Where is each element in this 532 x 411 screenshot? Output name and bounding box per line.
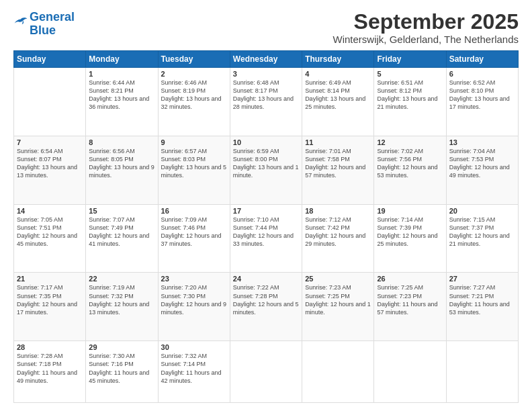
day-number: 19 (377, 207, 443, 215)
day-number: 18 (305, 207, 371, 215)
day-info: Sunrise: 7:04 AM Sunset: 7:53 PM Dayligh… (449, 147, 515, 180)
day-info: Sunrise: 7:25 AM Sunset: 7:23 PM Dayligh… (377, 283, 443, 316)
day-info: Sunrise: 6:59 AM Sunset: 8:00 PM Dayligh… (233, 147, 299, 180)
day-number: 16 (161, 207, 227, 215)
col-friday: Friday (374, 51, 446, 68)
table-row: 9 Sunrise: 6:57 AM Sunset: 8:03 PM Dayli… (158, 136, 230, 204)
day-number: 13 (449, 138, 515, 146)
day-info: Sunrise: 7:27 AM Sunset: 7:21 PM Dayligh… (449, 283, 515, 316)
table-row: 12 Sunrise: 7:02 AM Sunset: 7:56 PM Dayl… (374, 136, 446, 204)
table-row: 29 Sunrise: 7:30 AM Sunset: 7:16 PM Dayl… (86, 341, 158, 403)
day-info: Sunrise: 7:28 AM Sunset: 7:18 PM Dayligh… (17, 352, 83, 385)
table-row: 21 Sunrise: 7:17 AM Sunset: 7:35 PM Dayl… (14, 273, 86, 341)
col-thursday: Thursday (302, 51, 374, 68)
col-wednesday: Wednesday (230, 51, 302, 68)
day-number: 14 (17, 207, 83, 215)
day-number: 7 (17, 138, 83, 146)
table-row: 17 Sunrise: 7:10 AM Sunset: 7:44 PM Dayl… (230, 204, 302, 273)
table-row: 15 Sunrise: 7:07 AM Sunset: 7:49 PM Dayl… (86, 204, 158, 273)
day-info: Sunrise: 7:19 AM Sunset: 7:32 PM Dayligh… (89, 283, 154, 316)
location-subtitle: Winterswijk, Gelderland, The Netherlands (332, 34, 519, 45)
table-row: 24 Sunrise: 7:22 AM Sunset: 7:28 PM Dayl… (230, 273, 302, 341)
table-row: 28 Sunrise: 7:28 AM Sunset: 7:18 PM Dayl… (14, 341, 86, 403)
day-info: Sunrise: 7:32 AM Sunset: 7:14 PM Dayligh… (161, 352, 227, 385)
day-number: 27 (449, 275, 515, 283)
day-number: 24 (233, 275, 299, 283)
day-number: 8 (89, 138, 154, 146)
day-number: 11 (305, 138, 371, 146)
day-number: 21 (17, 275, 83, 283)
day-info: Sunrise: 7:01 AM Sunset: 7:58 PM Dayligh… (305, 147, 371, 180)
day-info: Sunrise: 6:56 AM Sunset: 8:05 PM Dayligh… (89, 147, 154, 180)
page: General Blue September 2025 Winterswijk,… (0, 0, 532, 411)
logo-line1: General (30, 11, 75, 24)
day-number: 12 (377, 138, 443, 146)
calendar-table: Sunday Monday Tuesday Wednesday Thursday… (13, 50, 519, 403)
table-row: 5 Sunrise: 6:51 AM Sunset: 8:12 PM Dayli… (374, 68, 446, 136)
day-number: 28 (17, 343, 83, 351)
table-row (230, 341, 302, 403)
day-info: Sunrise: 7:12 AM Sunset: 7:42 PM Dayligh… (305, 216, 371, 248)
day-info: Sunrise: 7:05 AM Sunset: 7:51 PM Dayligh… (17, 216, 83, 248)
day-info: Sunrise: 7:20 AM Sunset: 7:30 PM Dayligh… (161, 283, 227, 316)
day-info: Sunrise: 6:44 AM Sunset: 8:21 PM Dayligh… (89, 79, 154, 111)
col-sunday: Sunday (14, 51, 86, 68)
day-info: Sunrise: 7:02 AM Sunset: 7:56 PM Dayligh… (377, 147, 443, 180)
day-number: 5 (377, 70, 443, 78)
day-number: 2 (161, 70, 227, 78)
calendar-week-row: 21 Sunrise: 7:17 AM Sunset: 7:35 PM Dayl… (14, 273, 519, 341)
day-info: Sunrise: 6:46 AM Sunset: 8:19 PM Dayligh… (161, 79, 227, 111)
table-row: 10 Sunrise: 6:59 AM Sunset: 8:00 PM Dayl… (230, 136, 302, 204)
day-info: Sunrise: 6:52 AM Sunset: 8:10 PM Dayligh… (449, 79, 515, 111)
calendar-header-row: Sunday Monday Tuesday Wednesday Thursday… (14, 51, 519, 68)
table-row: 23 Sunrise: 7:20 AM Sunset: 7:30 PM Dayl… (158, 273, 230, 341)
day-number: 15 (89, 207, 154, 215)
table-row: 2 Sunrise: 6:46 AM Sunset: 8:19 PM Dayli… (158, 68, 230, 136)
day-number: 22 (89, 275, 154, 283)
header: General Blue September 2025 Winterswijk,… (13, 11, 519, 45)
col-monday: Monday (86, 51, 158, 68)
table-row: 18 Sunrise: 7:12 AM Sunset: 7:42 PM Dayl… (302, 204, 374, 273)
logo: General Blue (13, 11, 75, 38)
month-title: September 2025 (332, 11, 519, 32)
day-info: Sunrise: 7:22 AM Sunset: 7:28 PM Dayligh… (233, 283, 299, 316)
table-row: 19 Sunrise: 7:14 AM Sunset: 7:39 PM Dayl… (374, 204, 446, 273)
day-info: Sunrise: 7:15 AM Sunset: 7:37 PM Dayligh… (449, 216, 515, 248)
table-row (14, 68, 86, 136)
day-number: 10 (233, 138, 299, 146)
table-row: 6 Sunrise: 6:52 AM Sunset: 8:10 PM Dayli… (446, 68, 518, 136)
day-number: 25 (305, 275, 371, 283)
day-number: 17 (233, 207, 299, 215)
day-number: 23 (161, 275, 227, 283)
day-info: Sunrise: 7:10 AM Sunset: 7:44 PM Dayligh… (233, 216, 299, 248)
table-row: 14 Sunrise: 7:05 AM Sunset: 7:51 PM Dayl… (14, 204, 86, 273)
day-info: Sunrise: 7:07 AM Sunset: 7:49 PM Dayligh… (89, 216, 154, 248)
table-row (446, 341, 518, 403)
day-info: Sunrise: 6:49 AM Sunset: 8:14 PM Dayligh… (305, 79, 371, 111)
table-row: 26 Sunrise: 7:25 AM Sunset: 7:23 PM Dayl… (374, 273, 446, 341)
day-info: Sunrise: 6:48 AM Sunset: 8:17 PM Dayligh… (233, 79, 299, 111)
table-row: 11 Sunrise: 7:01 AM Sunset: 7:58 PM Dayl… (302, 136, 374, 204)
table-row (374, 341, 446, 403)
day-number: 26 (377, 275, 443, 283)
table-row: 20 Sunrise: 7:15 AM Sunset: 7:37 PM Dayl… (446, 204, 518, 273)
col-tuesday: Tuesday (158, 51, 230, 68)
col-saturday: Saturday (446, 51, 518, 68)
day-number: 6 (449, 70, 515, 78)
day-number: 3 (233, 70, 299, 78)
table-row: 8 Sunrise: 6:56 AM Sunset: 8:05 PM Dayli… (86, 136, 158, 204)
table-row: 3 Sunrise: 6:48 AM Sunset: 8:17 PM Dayli… (230, 68, 302, 136)
table-row: 25 Sunrise: 7:23 AM Sunset: 7:25 PM Dayl… (302, 273, 374, 341)
table-row: 7 Sunrise: 6:54 AM Sunset: 8:07 PM Dayli… (14, 136, 86, 204)
day-number: 1 (89, 70, 154, 78)
logo-bird-icon (13, 17, 28, 29)
day-number: 9 (161, 138, 227, 146)
table-row (302, 341, 374, 403)
day-info: Sunrise: 6:51 AM Sunset: 8:12 PM Dayligh… (377, 79, 443, 111)
day-number: 29 (89, 343, 154, 351)
day-info: Sunrise: 7:23 AM Sunset: 7:25 PM Dayligh… (305, 283, 371, 316)
table-row: 16 Sunrise: 7:09 AM Sunset: 7:46 PM Dayl… (158, 204, 230, 273)
day-info: Sunrise: 6:57 AM Sunset: 8:03 PM Dayligh… (161, 147, 227, 180)
calendar-week-row: 7 Sunrise: 6:54 AM Sunset: 8:07 PM Dayli… (14, 136, 519, 204)
table-row: 30 Sunrise: 7:32 AM Sunset: 7:14 PM Dayl… (158, 341, 230, 403)
